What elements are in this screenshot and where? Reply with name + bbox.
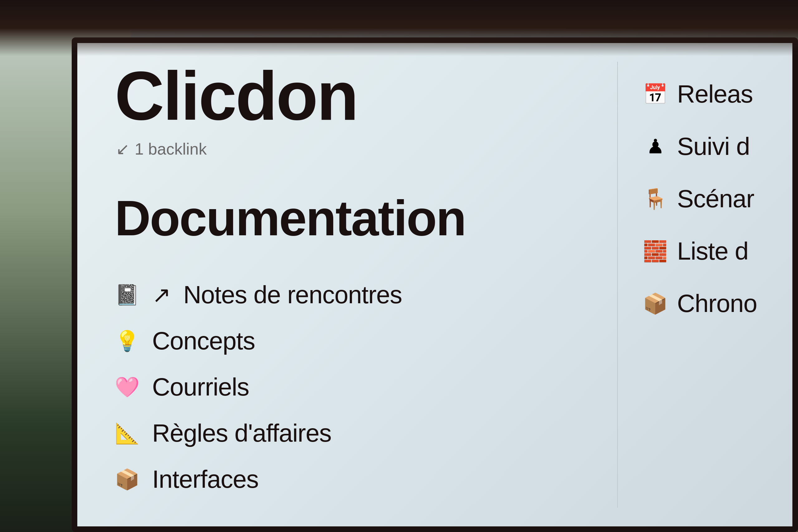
regles-label: Règles d'affaires (152, 419, 331, 448)
right-item-scenarios[interactable]: 🪑 Scénar (643, 173, 780, 225)
notes-rencontres-label: Notes de rencontres (183, 281, 402, 309)
courriels-label: Courriels (152, 373, 249, 401)
chrono-label: Chrono (677, 289, 757, 318)
concepts-label: Concepts (152, 327, 255, 355)
scenarios-label: Scénar (677, 185, 754, 213)
suivi-icon: ♟ (643, 134, 668, 159)
interfaces-label: Interfaces (152, 465, 259, 494)
suivi-label: Suivi d (677, 132, 750, 161)
backlink-text: 1 backlink (135, 140, 207, 158)
release-label: Releas (677, 80, 753, 109)
courriels-icon: 🩷 (115, 375, 140, 400)
notes-rencontres-icon: 📓 (115, 282, 140, 307)
concepts-icon: 💡 (115, 328, 140, 354)
backlink-icon: ↙ (116, 140, 130, 158)
liste-label: Liste d (677, 237, 748, 266)
right-item-liste[interactable]: 🧱 Liste d (643, 225, 780, 278)
monitor-frame: Clicdon ↙ 1 backlink Documentation 📓 ↗ N… (72, 37, 798, 532)
liste-icon: 🧱 (643, 239, 668, 264)
release-icon: 📅 (643, 82, 668, 107)
right-item-suivi[interactable]: ♟ Suivi d (643, 120, 780, 173)
right-column: 📅 Releas ♟ Suivi d 🪑 Scénar 🧱 Liste d (630, 43, 792, 526)
right-item-chrono[interactable]: 📦 Chrono (643, 278, 780, 330)
monitor-screen: Clicdon ↙ 1 backlink Documentation 📓 ↗ N… (77, 43, 792, 526)
content-area: Clicdon ↙ 1 backlink Documentation 📓 ↗ N… (77, 43, 792, 526)
right-item-release[interactable]: 📅 Releas (643, 68, 780, 120)
regles-icon: 📐 (115, 421, 140, 446)
chrono-icon: 📦 (643, 291, 668, 316)
scenarios-icon: 🪑 (643, 186, 668, 211)
column-divider (617, 62, 618, 508)
interfaces-icon: 📦 (115, 467, 140, 492)
arrow-link-icon: ↗ (152, 282, 171, 308)
top-bar-decoration (0, 0, 798, 56)
